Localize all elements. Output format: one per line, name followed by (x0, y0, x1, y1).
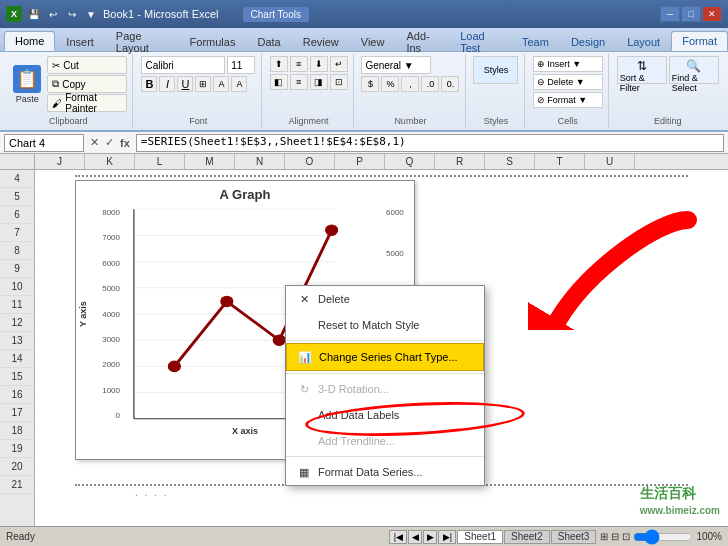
sort-filter-button[interactable]: ⇅ Sort & Filter (617, 56, 667, 84)
merge-button[interactable]: ⊡ (330, 74, 348, 90)
name-box[interactable]: Chart 4 (4, 134, 84, 152)
svg-point-12 (273, 335, 285, 345)
ctx-change-chart-type[interactable]: 📊 Change Series Chart Type... (286, 343, 484, 371)
align-row2: ◧ ≡ ◨ ⊡ (270, 74, 348, 90)
ctx-add-data-labels[interactable]: Add Data Labels (286, 402, 484, 428)
svg-point-13 (326, 225, 338, 235)
tab-design[interactable]: Design (560, 31, 616, 51)
sheet3-tab[interactable]: Sheet3 (551, 530, 597, 544)
confirm-formula-icon[interactable]: ✓ (103, 136, 116, 149)
ctx-format-data-series[interactable]: ▦ Format Data Series... (286, 459, 484, 485)
sheet-nav-prev[interactable]: ◀ (408, 530, 422, 544)
spreadsheet-wrapper: J K L M N O P Q R S T U 4 5 6 7 8 9 10 1… (0, 154, 728, 526)
delete-icon: ✕ (296, 291, 312, 307)
dropdown-quick-btn[interactable]: ▼ (83, 6, 99, 22)
context-menu: ✕ Delete Reset to Match Style 📊 Change S… (285, 285, 485, 486)
ribbon-group-cells: ⊕ Insert ▼ ⊖ Delete ▼ ⊘ Format ▼ Cells (527, 54, 609, 128)
tab-data[interactable]: Data (246, 31, 291, 51)
ribbon-group-editing: ⇅ Sort & Filter 🔍 Find & Select Editing (611, 54, 724, 128)
align-middle-button[interactable]: ≡ (290, 56, 308, 72)
tab-home[interactable]: Home (4, 31, 55, 51)
view-page-break-icon[interactable]: ⊡ (622, 531, 630, 542)
sheet1-tab[interactable]: Sheet1 (457, 530, 503, 544)
styles-button[interactable]: Styles (473, 56, 518, 84)
italic-button[interactable]: I (159, 76, 175, 92)
bold-button[interactable]: B (141, 76, 157, 92)
comma-button[interactable]: , (401, 76, 419, 92)
tab-formulas[interactable]: Formulas (179, 31, 247, 51)
sheet-nav-first[interactable]: |◀ (389, 530, 407, 544)
ctx-add-trendline: Add Trendline... (286, 428, 484, 454)
align-right-button[interactable]: ◨ (310, 74, 328, 90)
redo-quick-btn[interactable]: ↪ (64, 6, 80, 22)
formula-input[interactable]: =SERIES(Sheet1!$E$3,,Sheet1!$E$4:$E$8,1) (136, 134, 724, 152)
editing-row1: ⇅ Sort & Filter 🔍 Find & Select (617, 56, 719, 84)
zoom-slider[interactable] (633, 532, 693, 542)
window-controls: ─ □ ✕ (660, 6, 722, 22)
minimize-btn[interactable]: ─ (660, 6, 680, 22)
find-select-button[interactable]: 🔍 Find & Select (669, 56, 719, 84)
copy-button[interactable]: ⧉Copy (47, 75, 127, 93)
tab-insert[interactable]: Insert (55, 31, 105, 51)
sheet-nav-last[interactable]: ▶| (438, 530, 456, 544)
scissors-icon: ✂ (52, 60, 60, 71)
close-btn[interactable]: ✕ (702, 6, 722, 22)
wrap-text-button[interactable]: ↵ (330, 56, 348, 72)
font-name-input[interactable]: Calibri (141, 56, 225, 74)
svg-text:1: 1 (171, 423, 178, 424)
row-9: 9 (0, 260, 34, 278)
ctx-reset[interactable]: Reset to Match Style (286, 312, 484, 338)
decrease-decimal-button[interactable]: 0. (441, 76, 459, 92)
align-top-button[interactable]: ⬆ (270, 56, 288, 72)
undo-quick-btn[interactable]: ↩ (45, 6, 61, 22)
tab-layout[interactable]: Layout (616, 31, 671, 51)
maximize-btn[interactable]: □ (681, 6, 701, 22)
fill-color-button[interactable]: A (213, 76, 229, 92)
save-quick-btn[interactable]: 💾 (26, 6, 42, 22)
font-color-button[interactable]: A (231, 76, 247, 92)
paste-button[interactable]: 📋 Paste (9, 63, 45, 106)
font-size-input[interactable]: 11 (227, 56, 255, 74)
align-left-button[interactable]: ◧ (270, 74, 288, 90)
y-axis-ticks: 8000 7000 6000 5000 4000 3000 2000 1000 … (90, 204, 122, 424)
ctx-delete[interactable]: ✕ Delete (286, 286, 484, 312)
sheet-nav-next[interactable]: ▶ (423, 530, 437, 544)
increase-decimal-button[interactable]: .0 (421, 76, 439, 92)
tab-view[interactable]: View (350, 31, 396, 51)
align-center-button[interactable]: ≡ (290, 74, 308, 90)
sheet2-tab[interactable]: Sheet2 (504, 530, 550, 544)
find-icon: 🔍 (686, 59, 701, 73)
border-button[interactable]: ⊞ (195, 76, 211, 92)
format-painter-label: Format Painter (65, 92, 122, 114)
insert-function-icon[interactable]: fx (118, 137, 132, 149)
tab-team[interactable]: Team (511, 31, 560, 51)
editing-controls: ⇅ Sort & Filter 🔍 Find & Select (617, 56, 719, 100)
y-axis-label: Y axis (76, 204, 90, 424)
status-ready: Ready (6, 531, 35, 542)
percent-button[interactable]: % (381, 76, 399, 92)
cancel-formula-icon[interactable]: ✕ (88, 136, 101, 149)
col-header-o: O (285, 154, 335, 169)
tab-add-ins[interactable]: Add-Ins (395, 31, 449, 51)
delete-cells-btn[interactable]: ⊖ Delete ▼ (533, 74, 603, 90)
tab-format[interactable]: Format (671, 31, 728, 51)
row-11: 11 (0, 296, 34, 314)
app-icon: X (6, 6, 22, 22)
row-15: 15 (0, 368, 34, 386)
window-title: Book1 - Microsoft Excel (103, 8, 219, 20)
insert-cells-btn[interactable]: ⊕ Insert ▼ (533, 56, 603, 72)
align-bottom-button[interactable]: ⬇ (310, 56, 328, 72)
number-format-dropdown[interactable]: General ▼ (361, 56, 431, 74)
cut-button[interactable]: ✂Cut (47, 56, 127, 74)
underline-button[interactable]: U (177, 76, 193, 92)
format-painter-button[interactable]: 🖌Format Painter (47, 94, 127, 112)
tab-review[interactable]: Review (292, 31, 350, 51)
reset-icon (296, 317, 312, 333)
format-cells-btn[interactable]: ⊘ Format ▼ (533, 92, 603, 108)
tab-load-test[interactable]: Load Test (449, 31, 511, 51)
view-normal-icon[interactable]: ⊞ (600, 531, 608, 542)
tab-page-layout[interactable]: Page Layout (105, 31, 179, 51)
view-layout-icon[interactable]: ⊟ (611, 531, 619, 542)
currency-button[interactable]: $ (361, 76, 379, 92)
trendline-icon (296, 433, 312, 449)
